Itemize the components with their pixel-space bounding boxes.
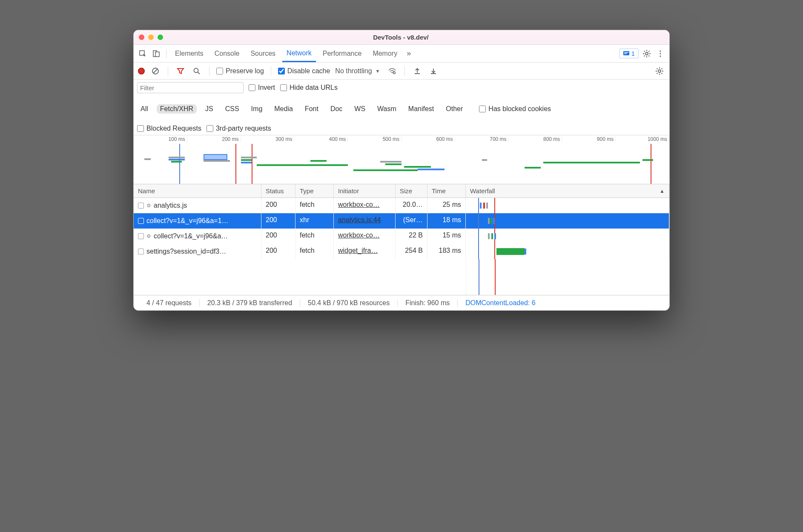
more-menu-icon[interactable]	[655, 48, 666, 59]
svg-rect-2	[155, 52, 159, 57]
network-conditions-icon[interactable]	[387, 66, 398, 77]
svg-point-10	[194, 68, 198, 72]
more-tabs-button[interactable]: »	[404, 49, 413, 58]
initiator-link[interactable]: analytics.js:44	[338, 216, 381, 223]
maximize-window-button[interactable]	[158, 34, 163, 40]
sort-arrow-icon: ▲	[660, 188, 665, 194]
settings-icon[interactable]	[641, 48, 652, 59]
stat-requests: 4 / 47 requests	[139, 299, 200, 307]
svg-point-4	[645, 52, 648, 55]
devtools-window: DevTools - v8.dev/ Elements Console Sour…	[133, 30, 670, 311]
svg-point-5	[660, 50, 661, 51]
type-filters: All Fetch/XHR JS CSS Img Media Font Doc …	[137, 103, 551, 114]
row-checkbox[interactable]	[138, 233, 144, 239]
disable-cache-checkbox[interactable]: Disable cache	[278, 67, 330, 75]
upload-icon[interactable]	[412, 66, 423, 77]
tab-console[interactable]: Console	[210, 46, 244, 61]
col-initiator[interactable]: Initiator	[334, 184, 396, 197]
svg-line-11	[198, 72, 200, 74]
svg-point-6	[660, 53, 661, 54]
issues-count: 1	[631, 50, 635, 57]
type-css[interactable]: CSS	[222, 104, 243, 114]
tab-network[interactable]: Network	[282, 46, 316, 62]
waterfall-cell	[466, 244, 669, 259]
download-icon[interactable]	[428, 66, 439, 77]
col-status[interactable]: Status	[261, 184, 295, 197]
col-size[interactable]: Size	[396, 184, 427, 197]
filter-input[interactable]	[137, 82, 244, 93]
col-waterfall[interactable]: Waterfall ▲	[466, 184, 669, 197]
stat-dcl: DOMContentLoaded: 6	[458, 299, 543, 307]
type-manifest[interactable]: Manifest	[405, 104, 437, 114]
issues-button[interactable]: 1	[619, 49, 639, 58]
type-doc[interactable]: Doc	[327, 104, 346, 114]
type-img[interactable]: Img	[248, 104, 266, 114]
initiator-link[interactable]: workbox-co…	[338, 232, 380, 239]
type-js[interactable]: JS	[202, 104, 217, 114]
titlebar: DevTools - v8.dev/	[134, 30, 669, 45]
waterfall-cell	[466, 213, 669, 229]
col-type[interactable]: Type	[295, 184, 334, 197]
table-header: Name Status Type Initiator Size Time Wat…	[134, 184, 669, 198]
type-ws[interactable]: WS	[351, 104, 369, 114]
table-row[interactable]: settings?session_id=df3… 200 fetch widge…	[134, 244, 669, 259]
waterfall-cell	[466, 229, 669, 244]
stat-finish: Finish: 960 ms	[398, 299, 458, 307]
overview-chart	[134, 144, 669, 184]
device-mode-icon[interactable]	[151, 48, 162, 59]
network-toolbar: Preserve log Disable cache No throttling…	[134, 63, 669, 80]
minimize-window-button[interactable]	[148, 34, 154, 40]
inspect-element-icon[interactable]	[137, 48, 148, 59]
type-fetch-xhr[interactable]: Fetch/XHR	[157, 104, 197, 114]
initiator-link[interactable]: workbox-co…	[338, 201, 380, 208]
type-all[interactable]: All	[137, 104, 152, 114]
traffic-lights	[139, 34, 163, 40]
search-icon[interactable]	[191, 66, 202, 77]
chevron-down-icon: ▼	[374, 69, 382, 74]
type-wasm[interactable]: Wasm	[374, 104, 400, 114]
clear-icon	[152, 67, 159, 75]
gear-icon: ⚙	[146, 233, 151, 239]
stat-resources: 50.4 kB / 970 kB resources	[300, 299, 398, 307]
type-font[interactable]: Font	[301, 104, 322, 114]
record-button[interactable]	[138, 68, 145, 74]
stat-transferred: 20.3 kB / 379 kB transferred	[200, 299, 300, 307]
type-other[interactable]: Other	[442, 104, 466, 114]
row-checkbox[interactable]	[138, 249, 144, 255]
tab-memory[interactable]: Memory	[368, 46, 402, 61]
blocked-requests-checkbox[interactable]: Blocked Requests	[137, 125, 201, 132]
invert-checkbox[interactable]: Invert	[249, 84, 275, 92]
type-media[interactable]: Media	[271, 104, 296, 114]
third-party-checkbox[interactable]: 3rd-party requests	[206, 125, 271, 132]
gear-icon: ⚙	[146, 203, 151, 209]
table-row[interactable]: ⚙collect?v=1&_v=j96&a… 200 fetch workbox…	[134, 229, 669, 244]
status-bar: 4 / 47 requests 20.3 kB / 379 kB transfe…	[134, 295, 669, 310]
issues-icon	[623, 51, 630, 57]
panel-settings-icon[interactable]	[654, 66, 665, 77]
overview-timeline[interactable]: 100 ms 200 ms 300 ms 400 ms 500 ms 600 m…	[134, 135, 669, 184]
hide-data-urls-checkbox[interactable]: Hide data URLs	[280, 84, 338, 92]
throttling-select[interactable]: No throttling ▼	[335, 67, 381, 75]
filter-toggle-icon[interactable]	[175, 66, 186, 77]
svg-point-13	[658, 70, 661, 72]
filter-row: Invert Hide data URLs All Fetch/XHR JS C…	[134, 80, 669, 135]
tab-performance[interactable]: Performance	[318, 46, 366, 61]
waterfall-cell	[466, 198, 669, 213]
initiator-link[interactable]: widget_ifra…	[338, 247, 378, 254]
window-title: DevTools - v8.dev/	[163, 34, 639, 41]
close-window-button[interactable]	[139, 34, 144, 40]
table-row[interactable]: collect?v=1&_v=j96&a=1… 200 xhr analytic…	[134, 213, 669, 229]
col-time[interactable]: Time	[427, 184, 466, 197]
row-checkbox[interactable]	[138, 203, 144, 209]
clear-button[interactable]	[150, 66, 161, 77]
col-name[interactable]: Name	[134, 184, 261, 197]
table-row[interactable]: ⚙analytics.js 200 fetch workbox-co… 20.0…	[134, 198, 669, 213]
has-blocked-cookies-checkbox[interactable]: Has blocked cookies	[479, 105, 551, 113]
row-checkbox[interactable]	[138, 218, 144, 224]
svg-point-12	[393, 72, 396, 74]
svg-rect-3	[623, 51, 629, 55]
request-table: ⚙analytics.js 200 fetch workbox-co… 20.0…	[134, 198, 669, 295]
tab-elements[interactable]: Elements	[171, 46, 208, 61]
tab-sources[interactable]: Sources	[246, 46, 280, 61]
preserve-log-checkbox[interactable]: Preserve log	[216, 67, 264, 75]
